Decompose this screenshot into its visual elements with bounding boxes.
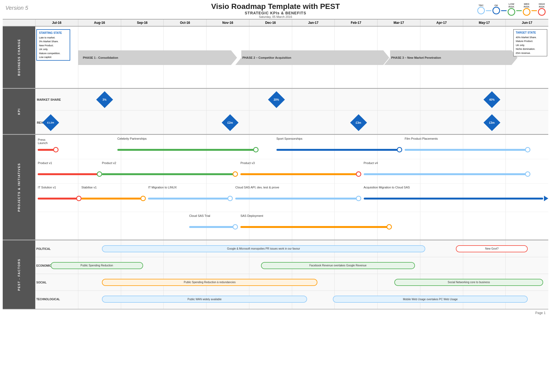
technological-bar-1: Public WAN widely available [102,296,307,303]
political-bar-1: Google & Microsoft monopolies PR issues … [102,245,425,252]
product-v4-label: Product v4 [364,161,378,165]
stabilise-label: Stabilise v1 [81,186,96,189]
technological-bar-2: Mobile Web Usage overtakes PC Web Usage [333,296,528,303]
kpi-section: KPI MARKET SHARE [3,89,548,135]
cloud-sas-trial-label: Cloud SAS Trial [189,214,210,217]
product-v2-label: Product v2 [102,161,116,165]
film-bar [405,149,528,151]
page-subtitle: STRATEGIC KPIs & BENEFITS [0,11,551,15]
sport-label: Sport Sponsorships [276,137,302,140]
product-v1-label: Product v1 [38,161,52,165]
projects-section: PROJECTS & INITIATIVES PressLaunch [3,135,548,240]
footer: Page 1 [0,309,551,316]
starting-state-box: STARTING STATE Late to market.3% Market … [36,29,70,61]
month-jan: Jan-17 [292,19,335,26]
kpi-market-share-label: MARKET SHARE [37,98,61,101]
month-feb: Feb-17 [334,19,377,26]
economical-bar-1: Public Spending Reduction [51,262,143,269]
phase3-arrow: PHASE 3 – New Market Penetration [384,50,517,65]
section-label-pest: PEST - FACTORS [3,240,35,309]
press-launch-label: PressLaunch [38,138,47,145]
phase2-arrow: PHASE 2 – Competitor Acquisition [235,50,389,65]
page-date: Saturday, 05 March 2016 [0,15,551,18]
it-migration-label: IT Migration to LINUX [148,186,177,189]
sas-deployment-label: SAS Deployment [240,214,263,217]
month-sep: Sep-16 [121,19,164,26]
legend-high-risk: HIGHRISK [538,3,546,16]
month-mar: Mar-17 [377,19,420,26]
page-number: Page 1 [535,311,546,315]
section-label-business: BUSINESS CHANGE [3,27,35,88]
social-bar-2: Social Networking core to business [394,279,543,286]
business-change-section: BUSINESS CHANGE STARTING STATE Late [3,27,548,89]
month-apr: Apr-17 [420,19,463,26]
month-may: May-17 [463,19,506,26]
page-title: Visio Roadmap Template with PEST [0,2,551,11]
month-jun: Jun-17 [505,19,548,26]
month-jul: Jul-16 [35,19,78,26]
legend: TBC OK LOWRISK MEDRISK HIGHRISK [477,3,546,16]
month-header: Jul-16 Aug-16 Sep-16 Oct-16 Nov-16 Dec-1… [3,19,548,27]
celebrity-label: Celebrity Partnerships [117,137,147,140]
legend-low-risk: LOWRISK [508,3,515,16]
cloud-sas-api-label: Cloud SAS API; dev, test & prove [235,186,279,189]
legend-tbc: TBC [477,4,485,14]
social-bar-1: Public Spending Reduction à redundancies [102,279,317,286]
film-label: Film Product Placements [405,137,438,140]
press-launch-circle [53,147,59,152]
product-v3-label: Product v3 [240,161,255,165]
sport-circle [397,147,402,152]
economical-bar-2: Facebook Revenue overtakes Google Revenu… [261,262,415,269]
film-circle [525,147,530,152]
version-label: Version 5 [5,5,28,11]
target-state-box: TARGET STATE 40% Market Share.Mature Pro… [513,29,547,56]
political-label: POLITICAL [36,247,51,250]
acquisition-migration-label: Acquisition Migration to Cloud SAS [364,186,410,189]
pest-section: PEST - FACTORS POLITICAL [3,240,548,309]
month-aug: Aug-16 [78,19,121,26]
month-dec: Dec-16 [249,19,292,26]
sport-bar [276,149,399,151]
section-label-kpi: KPI [3,89,35,134]
roadmap-container: Jul-16 Aug-16 Sep-16 Oct-16 Nov-16 Dec-1… [0,19,551,309]
it-solution-label: IT Solution v1 [38,186,56,189]
social-label: SOCIAL [36,281,47,284]
technological-label: TECHNOLOGICAL [36,298,60,301]
legend-ok: OK [492,4,500,14]
phase1-arrow: PHASE 1 - Consolidation [78,50,237,65]
month-oct: Oct-16 [163,19,206,26]
header: Version 5 Visio Roadmap Template with PE… [0,0,551,19]
month-nov: Nov-16 [206,19,249,26]
section-label-projects: PROJECTS & INITIATIVES [3,135,35,240]
celebrity-circle [253,147,259,152]
celebrity-bar [117,149,256,151]
political-bar-2: New Govt? [456,245,528,252]
legend-med-risk: MEDRISK [523,3,530,16]
